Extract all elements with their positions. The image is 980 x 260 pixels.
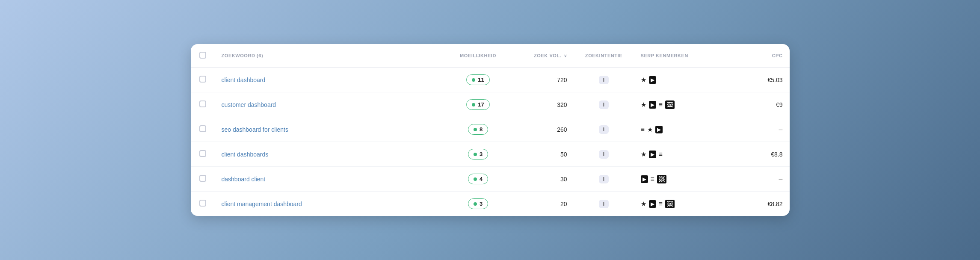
select-all-checkbox[interactable]	[199, 52, 206, 59]
volume-value: 50	[560, 151, 567, 158]
serp-cell: ★▶≡	[634, 142, 742, 167]
row-checkbox[interactable]	[199, 150, 206, 157]
cpc-value: €8.8	[771, 151, 782, 158]
row-checkbox[interactable]	[199, 200, 206, 207]
row-checkbox-cell[interactable]	[191, 68, 215, 92]
volume-column-header[interactable]: ZOEK VOL. ∨	[514, 44, 574, 68]
difficulty-badge: 3	[468, 149, 488, 160]
difficulty-value: 3	[480, 201, 483, 207]
volume-cell: 260	[514, 117, 574, 142]
serp-cell: ★▶	[634, 68, 742, 92]
image-icon: 🖼	[657, 175, 666, 183]
cpc-cell: –	[742, 167, 790, 192]
cpc-dash: –	[779, 126, 783, 133]
row-checkbox[interactable]	[199, 100, 206, 107]
intent-cell: I	[574, 92, 634, 117]
list-icon: ≡	[659, 151, 663, 158]
cpc-cell: €9	[742, 92, 790, 117]
intent-badge: I	[599, 150, 609, 159]
keyword-table: ZOEKWOORD (6) MOEILIJKHEID ZOEK VOL. ∨ Z…	[191, 44, 790, 216]
volume-value: 320	[557, 101, 567, 108]
keyword-link[interactable]: dashboard client	[222, 176, 266, 183]
keyword-link[interactable]: seo dashboard for clients	[222, 126, 288, 133]
cpc-cell: €8.8	[742, 142, 790, 167]
list-icon: ≡	[659, 101, 663, 109]
intent-badge: I	[599, 200, 609, 208]
serp-column-header: SERP KENMERKEN	[634, 44, 742, 68]
table-row: seo dashboard for clients 8 260 I ≡★▶ –	[191, 117, 790, 142]
row-checkbox-cell[interactable]	[191, 192, 215, 216]
difficulty-column-header: MOEILIJKHEID	[442, 44, 514, 68]
image-icon: 🖼	[665, 100, 675, 109]
star-icon: ★	[641, 200, 646, 208]
image-icon: 🖼	[665, 200, 675, 208]
difficulty-value: 3	[480, 151, 483, 157]
serp-cell: ★▶≡🖼	[634, 192, 742, 216]
sort-arrow-icon: ∨	[564, 53, 567, 58]
row-checkbox[interactable]	[199, 175, 206, 182]
video-icon: ▶	[655, 126, 663, 133]
difficulty-cell: 8	[442, 117, 514, 142]
list-icon: ≡	[651, 175, 654, 183]
difficulty-cell: 4	[442, 167, 514, 192]
row-checkbox-cell[interactable]	[191, 92, 215, 117]
volume-cell: 20	[514, 192, 574, 216]
cpc-column-header: CPC	[742, 44, 790, 68]
main-card: ZOEKWOORD (6) MOEILIJKHEID ZOEK VOL. ∨ Z…	[191, 44, 790, 216]
difficulty-badge: 17	[466, 99, 489, 110]
star-icon: ★	[641, 101, 646, 109]
intent-badge: I	[599, 100, 609, 109]
keyword-cell: dashboard client	[215, 167, 442, 192]
serp-cell: ▶≡🖼	[634, 167, 742, 192]
video-icon: ▶	[649, 101, 656, 109]
keyword-column-header: ZOEKWOORD (6)	[215, 44, 442, 68]
difficulty-cell: 11	[442, 68, 514, 92]
keyword-link[interactable]: client dashboard	[222, 77, 266, 83]
video-icon: ▶	[641, 175, 648, 183]
select-all-header[interactable]	[191, 44, 215, 68]
volume-cell: 320	[514, 92, 574, 117]
intent-cell: I	[574, 167, 634, 192]
difficulty-dot	[474, 128, 477, 131]
row-checkbox-cell[interactable]	[191, 167, 215, 192]
cpc-value: €8.82	[767, 201, 782, 207]
difficulty-badge: 4	[468, 174, 488, 184]
row-checkbox-cell[interactable]	[191, 117, 215, 142]
keyword-cell: customer dashboard	[215, 92, 442, 117]
video-icon: ▶	[649, 76, 656, 84]
cpc-cell: €5.03	[742, 68, 790, 92]
row-checkbox-cell[interactable]	[191, 142, 215, 167]
table-row: client dashboards 3 50 I ★▶≡ €8.8	[191, 142, 790, 167]
volume-value: 30	[560, 176, 567, 183]
volume-cell: 30	[514, 167, 574, 192]
difficulty-badge: 3	[468, 198, 488, 209]
row-checkbox[interactable]	[199, 76, 206, 83]
serp-cell: ★▶≡🖼	[634, 92, 742, 117]
intent-cell: I	[574, 117, 634, 142]
star-icon: ★	[641, 151, 646, 158]
volume-value: 20	[560, 201, 567, 207]
row-checkbox[interactable]	[199, 125, 206, 132]
difficulty-badge: 8	[468, 124, 488, 135]
intent-badge: I	[599, 125, 609, 134]
keyword-link[interactable]: customer dashboard	[222, 101, 276, 108]
keyword-link[interactable]: client dashboards	[222, 151, 269, 158]
difficulty-dot	[474, 177, 477, 181]
difficulty-value: 8	[480, 126, 483, 133]
difficulty-cell: 3	[442, 142, 514, 167]
table-row: customer dashboard 17 320 I ★▶≡🖼 €9	[191, 92, 790, 117]
serp-cell: ≡★▶	[634, 117, 742, 142]
cpc-dash: –	[779, 175, 783, 183]
difficulty-value: 11	[478, 77, 484, 83]
keyword-cell: seo dashboard for clients	[215, 117, 442, 142]
intent-cell: I	[574, 192, 634, 216]
intent-badge: I	[599, 76, 609, 84]
volume-cell: 50	[514, 142, 574, 167]
difficulty-value: 4	[480, 176, 483, 182]
keyword-link[interactable]: client management dashboard	[222, 201, 302, 207]
table-header-row: ZOEKWOORD (6) MOEILIJKHEID ZOEK VOL. ∨ Z…	[191, 44, 790, 68]
volume-value: 260	[557, 126, 567, 133]
cpc-value: €9	[776, 101, 783, 108]
star-icon: ★	[641, 76, 646, 84]
volume-value: 720	[557, 77, 567, 83]
